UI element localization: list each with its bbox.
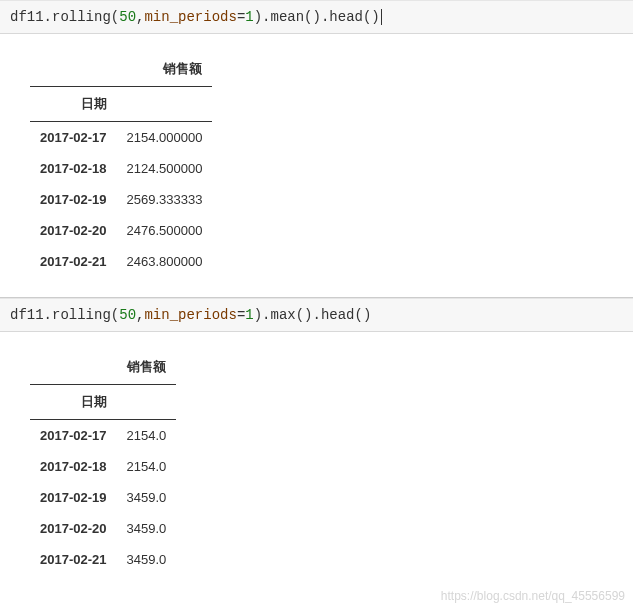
table-row: 2017-02-20 2476.500000 <box>30 215 212 246</box>
output-area-1: 销售额 日期 2017-02-17 2154.000000 2017-02-18… <box>0 34 633 297</box>
table-row: 2017-02-21 2463.800000 <box>30 246 212 277</box>
cell-value: 2569.333333 <box>117 184 213 215</box>
row-index: 2017-02-20 <box>30 215 117 246</box>
row-index: 2017-02-17 <box>30 122 117 154</box>
cell-value: 2154.0 <box>117 420 177 452</box>
notebook-fragment: df11.rolling(50,min_periods=1).mean().he… <box>0 0 633 607</box>
cell-value: 3459.0 <box>117 513 177 544</box>
table-row: 2017-02-17 2154.000000 <box>30 122 212 154</box>
cell-value: 2154.000000 <box>117 122 213 154</box>
row-index: 2017-02-21 <box>30 544 117 575</box>
row-index: 2017-02-21 <box>30 246 117 277</box>
cell-value: 2476.500000 <box>117 215 213 246</box>
cell-value: 2154.0 <box>117 451 177 482</box>
code-text: df11.rolling(50,min_periods=1).max().hea… <box>10 307 371 323</box>
code-cell-2[interactable]: df11.rolling(50,min_periods=1).max().hea… <box>0 298 633 332</box>
dataframe-table-2: 销售额 日期 2017-02-17 2154.0 2017-02-18 2154… <box>30 350 176 575</box>
blank-corner <box>30 350 117 385</box>
code-cell-1[interactable]: df11.rolling(50,min_periods=1).mean().he… <box>0 0 633 34</box>
row-index: 2017-02-19 <box>30 184 117 215</box>
index-name: 日期 <box>30 385 117 420</box>
code-text: df11.rolling(50,min_periods=1).mean().he… <box>10 9 380 25</box>
table-row: 2017-02-21 3459.0 <box>30 544 176 575</box>
row-index: 2017-02-19 <box>30 482 117 513</box>
row-index: 2017-02-18 <box>30 451 117 482</box>
table-row: 2017-02-17 2154.0 <box>30 420 176 452</box>
table-row: 2017-02-19 2569.333333 <box>30 184 212 215</box>
cell-value: 3459.0 <box>117 544 177 575</box>
text-cursor <box>381 9 382 25</box>
cell-value: 2124.500000 <box>117 153 213 184</box>
column-header: 销售额 <box>117 350 177 385</box>
column-header: 销售额 <box>117 52 213 87</box>
table-row: 2017-02-19 3459.0 <box>30 482 176 513</box>
blank-header <box>117 385 177 420</box>
row-index: 2017-02-18 <box>30 153 117 184</box>
cell-value: 3459.0 <box>117 482 177 513</box>
blank-corner <box>30 52 117 87</box>
table-row: 2017-02-20 3459.0 <box>30 513 176 544</box>
cell-value: 2463.800000 <box>117 246 213 277</box>
row-index: 2017-02-20 <box>30 513 117 544</box>
output-area-2: 销售额 日期 2017-02-17 2154.0 2017-02-18 2154… <box>0 332 633 595</box>
dataframe-table-1: 销售额 日期 2017-02-17 2154.000000 2017-02-18… <box>30 52 212 277</box>
table-row: 2017-02-18 2124.500000 <box>30 153 212 184</box>
index-name: 日期 <box>30 87 117 122</box>
row-index: 2017-02-17 <box>30 420 117 452</box>
table-row: 2017-02-18 2154.0 <box>30 451 176 482</box>
blank-header <box>117 87 213 122</box>
